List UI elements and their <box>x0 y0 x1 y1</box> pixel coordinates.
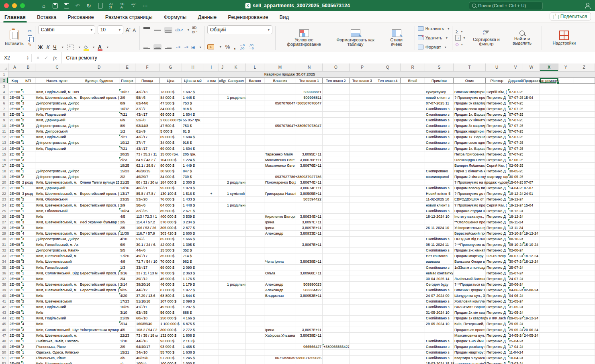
col-header-O[interactable]: O <box>323 63 350 71</box>
cell-L7[interactable] <box>246 106 264 112</box>
cell-K51[interactable] <box>226 356 246 361</box>
cell-K11[interactable] <box>226 129 246 135</box>
redo-icon[interactable]: ↻ <box>86 2 92 9</box>
cell-Z45[interactable] <box>573 321 595 327</box>
cell-Q48[interactable] <box>375 338 401 344</box>
cell-P36[interactable] <box>350 270 375 276</box>
cell-Z9[interactable] <box>573 118 595 123</box>
cell-F32[interactable]: 44/-/6 <box>135 248 159 254</box>
cell-Y8[interactable] <box>558 112 573 117</box>
cell-H40[interactable]: 1 844 $ <box>182 293 204 299</box>
cell-E50[interactable]: 15/21 <box>119 350 135 355</box>
cell-P40[interactable] <box>350 293 375 299</box>
cell-D19[interactable] <box>79 174 119 180</box>
cell-G26[interactable]: 400 000 $ <box>159 214 182 219</box>
cell-M10[interactable] <box>264 123 296 129</box>
cell-Y40[interactable] <box>558 293 573 299</box>
cell-P34[interactable] <box>350 259 375 265</box>
cell-Y46[interactable] <box>558 327 573 333</box>
cell-N32[interactable] <box>296 248 323 254</box>
cell-Q24[interactable] <box>375 202 401 208</box>
cell-W29[interactable]: 19-12-24 <box>523 231 540 236</box>
delete-cells-button[interactable]: Удалить▾ <box>418 35 450 41</box>
cell-T40[interactable]: Шолуденка вул., 30Б <box>454 293 486 299</box>
cell-E45[interactable]: 2/14 <box>119 321 135 327</box>
cell-C18[interactable]: Дніпропетровська, Дніпро <box>35 168 79 174</box>
cell-J34[interactable] <box>219 259 226 265</box>
cell-O19[interactable] <box>323 174 350 180</box>
close-window-button[interactable] <box>4 3 9 8</box>
format-cells-button[interactable]: Формат▾ <box>418 44 450 50</box>
cell-U45[interactable]: Петренко Д <box>486 321 508 327</box>
cell-X28[interactable] <box>540 225 558 231</box>
cell-O22[interactable] <box>323 191 350 197</box>
chevron-down-icon[interactable]: ▾ <box>79 45 80 49</box>
cell-F30[interactable]: 51/-/- <box>135 237 159 242</box>
cell-P19[interactable] <box>350 174 375 180</box>
minimize-window-button[interactable] <box>12 3 17 8</box>
cell-X10[interactable] <box>540 123 558 129</box>
cell-M49[interactable] <box>264 344 296 350</box>
cell-R23[interactable] <box>401 197 425 202</box>
cell-S21[interactable]: Скопійовано з <box>425 186 454 191</box>
cell-M34[interactable]: Чепа Ірина <box>264 259 296 265</box>
cell-W27[interactable] <box>523 219 540 225</box>
cell-P32[interactable] <box>350 248 375 254</box>
cell-F37[interactable]: 39/-/12 <box>135 276 159 282</box>
cell-F19[interactable]: 46/29/7 <box>135 174 159 180</box>
find-select-button[interactable]: Найти и выделить <box>505 31 539 45</box>
cell-U2[interactable]: Ріелтор <box>486 78 508 84</box>
cell-A44[interactable]: 2E+08 <box>8 316 21 321</box>
cell-V36[interactable]: 25-07-24 <box>508 270 523 276</box>
cell-Q49[interactable] <box>375 344 401 350</box>
cell-Z28[interactable] <box>573 225 595 231</box>
cell-U6[interactable]: Петренко Д <box>486 100 508 106</box>
cell-U43[interactable]: Петренко Д <box>486 310 508 316</box>
cell-A24[interactable]: 2E+08 <box>8 202 21 208</box>
cell-W18[interactable] <box>523 168 540 174</box>
cell-U28[interactable]: Петренко Д <box>486 225 508 231</box>
cell-D46[interactable]: Університетська вулиця 1 <box>79 327 119 333</box>
cell-F47[interactable]: 73 / 38 / 18 м <box>135 333 159 338</box>
cell-V14[interactable]: 07-07-25 <box>508 146 523 151</box>
cell-E9[interactable]: 6/9 <box>119 118 135 123</box>
enter-icon[interactable]: ✓ <box>44 55 48 61</box>
cell-T12[interactable]: Продам 1к. Варшавс <box>454 135 486 140</box>
cell-P23[interactable] <box>350 197 375 202</box>
cell-U13[interactable]: Петренко Д <box>486 140 508 146</box>
cell-Q12[interactable] <box>375 135 401 140</box>
cell-K44[interactable] <box>226 316 246 321</box>
cell-K21[interactable] <box>226 186 246 191</box>
cell-F3[interactable] <box>135 84 159 89</box>
cell-U38[interactable]: Петренко Д <box>486 282 508 287</box>
cell-B27[interactable]: 3 <box>21 219 35 225</box>
cell-X41[interactable] <box>540 299 558 305</box>
cell-O51[interactable] <box>323 356 350 361</box>
cell-T35[interactable]: 1к33кв.м з полісадни <box>454 265 486 270</box>
cell-H4[interactable]: 1 697 $ <box>182 89 204 95</box>
cell-B7[interactable]: 1 <box>21 106 35 112</box>
cell-Q44[interactable] <box>375 316 401 321</box>
cell-Q3[interactable] <box>375 84 401 89</box>
cell-N23[interactable]: 503394422 <box>296 197 323 202</box>
cell-W51[interactable] <box>523 356 540 361</box>
cell-J24[interactable] <box>219 202 226 208</box>
cell-J31[interactable] <box>219 242 226 248</box>
cell-J3[interactable] <box>219 84 226 89</box>
cell-M17[interactable]: Максименко Євге <box>264 163 296 168</box>
cell-B4[interactable]: 1 <box>21 89 35 95</box>
cell-A4[interactable]: 2E+08 <box>8 89 21 95</box>
cell-O17[interactable] <box>323 163 350 168</box>
cell-C28[interactable]: Київ <box>35 225 79 231</box>
cell-J39[interactable] <box>219 287 226 293</box>
cell-Y32[interactable] <box>558 248 573 254</box>
cell-C37[interactable]: Київ <box>35 276 79 282</box>
cell-E24[interactable]: 2/9 <box>119 202 135 208</box>
cell-A8[interactable]: 2E+08 <box>8 112 21 117</box>
cell-Q40[interactable] <box>375 293 401 299</box>
cell-W17[interactable] <box>523 163 540 168</box>
cell-T30[interactable]: ПРОДАЖ від ВЛАСНИ <box>454 237 486 242</box>
cell-T50[interactable]: Продам квартиру ЖК <box>454 350 486 355</box>
cell-S23[interactable]: 11-02-2025 10 <box>425 197 454 202</box>
cell-R2[interactable]: Email <box>401 78 425 84</box>
